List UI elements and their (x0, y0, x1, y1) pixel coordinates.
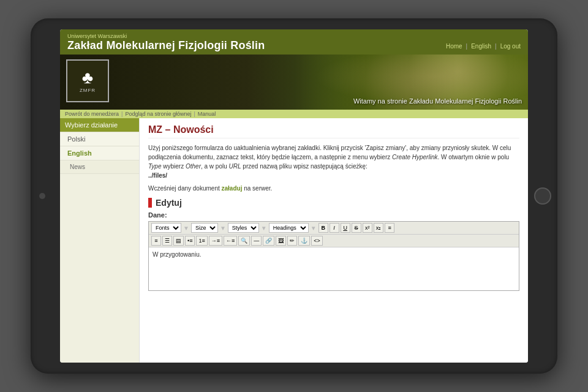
header-branding: Uniwersytet Warszawski Zakład Molekularn… (67, 33, 265, 52)
desc-p2: . W otwartym oknie w polu (437, 154, 509, 160)
editor-content: W przygotowaniu. (153, 251, 201, 258)
editor-toolbar-row2: ≡ ☰ ▤ •≡ 1≡ →≡ ←≡ 🔍 — 🔗 🖼 ✏ ⚓ <> (149, 235, 519, 247)
header-nav: Home | English | Log out (446, 43, 521, 52)
outdent-button[interactable]: ←≡ (224, 236, 237, 246)
editor-toolbar-row1: Fonts ▼ Size ▼ Styles ▼ Headings (149, 222, 519, 235)
edit-section-header: Edytuj (148, 198, 519, 208)
upload-text1: Wcześniej dany dokument (148, 185, 222, 192)
link-button[interactable]: 🔗 (263, 236, 274, 246)
ul-button[interactable]: •≡ (185, 236, 195, 246)
edit-section-label: Edytuj (156, 198, 182, 208)
banner-welcome: Witamy na stronie Zakładu Molekularnej F… (353, 97, 522, 105)
description-block: Użyj poniższego formularza do uaktualnie… (148, 143, 519, 180)
nav-sep-1: | (466, 43, 468, 50)
tablet-frame: Uniwersytet Warszawski Zakład Molekularn… (31, 18, 557, 374)
image-button[interactable]: 🖼 (276, 236, 286, 246)
camera-sensor (39, 193, 45, 199)
align-left-button[interactable]: ≡ (151, 236, 161, 246)
search-button[interactable]: 🔍 (238, 236, 250, 246)
type-label: Type (148, 163, 162, 170)
styles-select[interactable]: Styles (228, 223, 259, 233)
desc-p3: wybierz (162, 163, 186, 170)
red-bar-icon (148, 198, 152, 208)
sidebar-item-wybierz[interactable]: Wybierz działanie (60, 118, 139, 132)
content-area: Wybierz działanie Polski English News MZ… (60, 118, 528, 363)
align-button[interactable]: ≡ (385, 223, 394, 233)
ol-button[interactable]: 1≡ (196, 236, 207, 246)
anchor-button[interactable]: ⚓ (298, 236, 310, 246)
create-hyperlink-label: Create Hyperlink (392, 154, 437, 160)
upload-text2: na serwer. (242, 185, 272, 192)
filepath: ../files/ (148, 172, 167, 179)
home-button[interactable] (534, 187, 551, 205)
editor-body[interactable]: W przygotowaniu. (149, 247, 519, 290)
university-name: Uniwersytet Warszawski (67, 33, 265, 39)
banner: ♣ ZMFR Witamy na stronie Zakładu Molekul… (60, 55, 528, 110)
logo-icon: ♣ (82, 69, 93, 86)
other-label: Other (186, 163, 201, 170)
desc-p5: przed nazwą pliku wpisz następującą ście… (241, 163, 368, 170)
sidebar-item-news[interactable]: News (60, 160, 139, 174)
sidebar-item-english[interactable]: English (60, 146, 139, 160)
subnav-sep-1: | (121, 111, 123, 117)
italic-button[interactable]: I (330, 223, 339, 233)
upload-line: Wcześniej dany dokument załaduj na serwe… (148, 185, 519, 192)
size-select[interactable]: Size (191, 223, 218, 233)
logo-text: ZMFR (80, 88, 96, 93)
hr-button[interactable]: — (251, 236, 262, 246)
code-button[interactable]: <> (311, 236, 323, 246)
home-link[interactable]: Home (446, 43, 462, 50)
superscript-button[interactable]: x² (363, 223, 372, 233)
subscript-button[interactable]: x₂ (374, 223, 384, 233)
manual-link[interactable]: Manual (198, 111, 216, 117)
indent-button[interactable]: →≡ (209, 236, 222, 246)
sidebar-item-polski[interactable]: Polski (60, 132, 139, 146)
main-content: MZ – Nowości Użyj poniższego formularza … (140, 118, 528, 363)
sidebar: Wybierz działanie Polski English News (60, 118, 140, 363)
logout-link[interactable]: Log out (500, 43, 521, 50)
dane-label: Dane: (148, 211, 519, 219)
zmfr-logo: ♣ ZMFR (66, 59, 109, 102)
align-right-button[interactable]: ▤ (173, 236, 184, 246)
tablet-screen: Uniwersytet Warszawski Zakład Molekularn… (60, 29, 528, 363)
align-center-button[interactable]: ☰ (162, 236, 172, 246)
desc-p4: , a w polu (201, 163, 229, 170)
podglad-link[interactable]: Podgląd na stronie głównej (125, 111, 191, 117)
subnav-bar: Powrót do menedżera | Podgląd na stronie… (60, 110, 528, 118)
url-label: URL (229, 163, 241, 170)
site-header: Uniwersytet Warszawski Zakład Molekularn… (60, 29, 528, 55)
headings-select[interactable]: Headings (269, 223, 309, 233)
editor-container: Fonts ▼ Size ▼ Styles ▼ Headings (148, 221, 519, 291)
strikethrough-button[interactable]: S (352, 223, 361, 233)
english-link[interactable]: English (471, 43, 491, 50)
page-title: MZ – Nowości (148, 124, 519, 138)
nav-sep-2: | (495, 43, 497, 50)
edit-icon-button[interactable]: ✏ (287, 236, 297, 246)
site-title: Zakład Molekularnej Fizjologii Roślin (67, 39, 265, 52)
underline-button[interactable]: U (341, 223, 350, 233)
bold-button[interactable]: B (318, 223, 328, 233)
subnav-sep-2: | (194, 111, 195, 117)
upload-link[interactable]: załaduj (222, 185, 243, 192)
fonts-select[interactable]: Fonts (151, 223, 181, 233)
powrot-link[interactable]: Powrót do menedżera (65, 111, 119, 117)
